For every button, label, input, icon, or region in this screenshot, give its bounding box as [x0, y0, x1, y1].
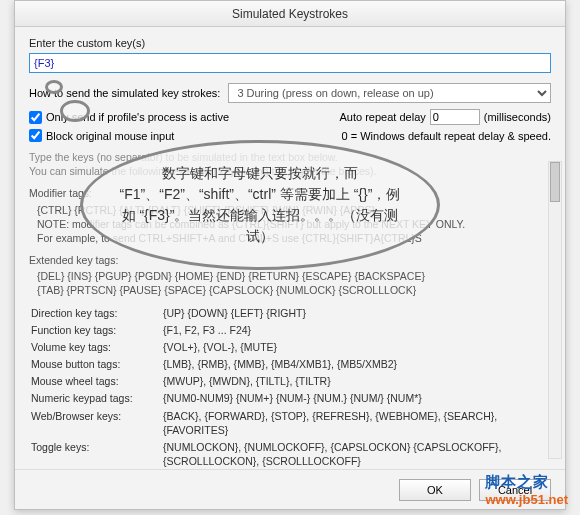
tag-row-name: Web/Browser keys: [31, 409, 161, 438]
tag-row-value: {NUM0-NUM9} {NUM+} {NUM-} {NUM.} {NUM/} … [163, 391, 549, 406]
tag-row-name: Function key tags: [31, 323, 161, 338]
send-mode-select[interactable]: 3 During (press on down, release on up) [228, 83, 551, 103]
tag-row: Numeric keypad tags:{NUM0-NUM9} {NUM+} {… [31, 391, 549, 406]
zero-note-label: 0 = Windows default repeat delay & speed… [342, 130, 551, 142]
scrollbar[interactable] [548, 161, 562, 459]
bubble-tail-icon [60, 100, 90, 122]
block-mouse-checkbox[interactable] [29, 129, 42, 142]
tag-table: Direction key tags:{UP} {DOWN} {LEFT} {R… [29, 304, 551, 469]
repeat-unit-label: (milliseconds) [484, 111, 551, 123]
cancel-button[interactable]: Cancel [479, 479, 551, 501]
tag-row: Direction key tags:{UP} {DOWN} {LEFT} {R… [31, 306, 549, 321]
custom-key-input[interactable] [29, 53, 551, 73]
tag-row-value: {BACK}, {FORWARD}, {STOP}, {REFRESH}, {W… [163, 409, 549, 438]
ok-button[interactable]: OK [399, 479, 471, 501]
tag-row-value: {UP} {DOWN} {LEFT} {RIGHT} [163, 306, 549, 321]
only-send-checkbox[interactable] [29, 111, 42, 124]
tag-row-value: {MWUP}, {MWDN}, {TILTL}, {TILTR} [163, 374, 549, 389]
tag-row: Mouse wheel tags:{MWUP}, {MWDN}, {TILTL}… [31, 374, 549, 389]
annotation-bubble: 数字键和字母键只要按就行，而 “F1”、“F2”、“shift”、“ctrl” … [80, 140, 440, 270]
repeat-delay-input[interactable] [430, 109, 480, 125]
tag-row: Function key tags:{F1, F2, F3 ... F24} [31, 323, 549, 338]
tag-row-name: Mouse button tags: [31, 357, 161, 372]
tag-row-value: {F1, F2, F3 ... F24} [163, 323, 549, 338]
tag-row: Volume key tags:{VOL+}, {VOL-}, {MUTE} [31, 340, 549, 355]
tag-row-name: Toggle keys: [31, 440, 161, 469]
auto-repeat-label: Auto repeat delay [340, 111, 426, 123]
window-title: Simulated Keystrokes [232, 7, 348, 21]
tag-row: Mouse button tags:{LMB}, {RMB}, {MMB}, {… [31, 357, 549, 372]
enter-custom-label: Enter the custom key(s) [29, 37, 551, 49]
block-mouse-label: Block original mouse input [46, 130, 174, 142]
tag-row-name: Direction key tags: [31, 306, 161, 321]
ext-line2: {TAB} {PRTSCN} {PAUSE} {SPACE} {CAPSLOCK… [37, 283, 551, 297]
ext-line1: {DEL} {INS} {PGUP} {PGDN} {HOME} {END} {… [37, 269, 551, 283]
tag-row-value: {LMB}, {RMB}, {MMB}, {MB4/XMB1}, {MB5/XM… [163, 357, 549, 372]
tag-row: Toggle keys:{NUMLOCKON}, {NUMLOCKOFF}, {… [31, 440, 549, 469]
tag-row-name: Mouse wheel tags: [31, 374, 161, 389]
scroll-thumb[interactable] [550, 162, 560, 202]
bubble-tail-icon [45, 80, 63, 94]
bubble-text: 数字键和字母键只要按就行，而 “F1”、“F2”、“shift”、“ctrl” … [117, 163, 403, 247]
tag-row-value: {VOL+}, {VOL-}, {MUTE} [163, 340, 549, 355]
title-bar: Simulated Keystrokes [15, 1, 565, 27]
button-bar: OK Cancel [15, 469, 565, 509]
tag-row-value: {NUMLOCKON}, {NUMLOCKOFF}, {CAPSLOCKON} … [163, 440, 549, 469]
tag-row-name: Numeric keypad tags: [31, 391, 161, 406]
tag-row-name: Volume key tags: [31, 340, 161, 355]
tag-row: Web/Browser keys:{BACK}, {FORWARD}, {STO… [31, 409, 549, 438]
